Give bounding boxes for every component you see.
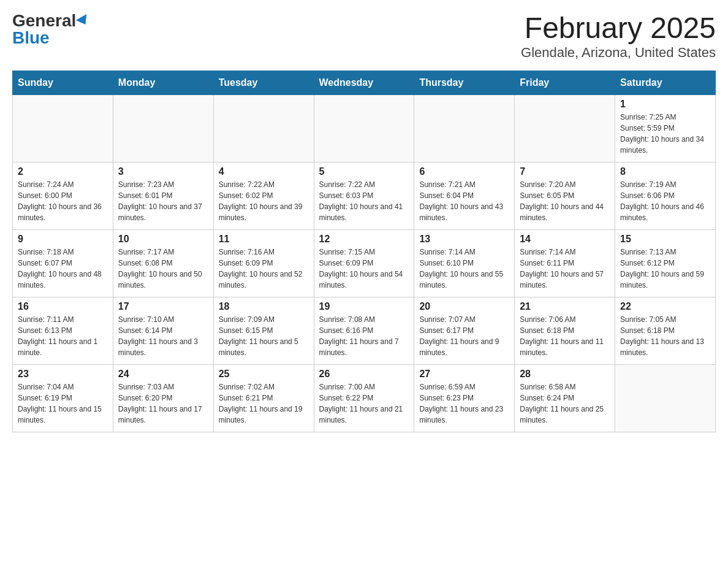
day-info: Sunrise: 7:10 AM Sunset: 6:14 PM Dayligh… <box>118 314 208 358</box>
day-number: 21 <box>520 301 610 312</box>
day-info: Sunrise: 6:58 AM Sunset: 6:24 PM Dayligh… <box>520 381 610 426</box>
logo-top-line: General <box>12 12 89 29</box>
calendar-week-row: 16Sunrise: 7:11 AM Sunset: 6:13 PM Dayli… <box>13 297 716 364</box>
table-row <box>113 94 213 162</box>
table-row: 15Sunrise: 7:13 AM Sunset: 6:12 PM Dayli… <box>615 229 716 297</box>
day-number: 9 <box>18 234 108 245</box>
day-number: 8 <box>620 166 710 177</box>
calendar-table: Sunday Monday Tuesday Wednesday Thursday… <box>12 71 716 432</box>
table-row: 12Sunrise: 7:15 AM Sunset: 6:09 PM Dayli… <box>314 229 414 297</box>
day-info: Sunrise: 7:15 AM Sunset: 6:09 PM Dayligh… <box>319 247 409 291</box>
table-row: 6Sunrise: 7:21 AM Sunset: 6:04 PM Daylig… <box>414 162 515 229</box>
table-row: 16Sunrise: 7:11 AM Sunset: 6:13 PM Dayli… <box>13 297 113 364</box>
day-number: 1 <box>620 99 710 110</box>
logo-general-text: General <box>12 11 89 30</box>
day-number: 27 <box>419 369 509 380</box>
table-row: 4Sunrise: 7:22 AM Sunset: 6:02 PM Daylig… <box>213 162 314 229</box>
day-number: 25 <box>219 369 309 380</box>
day-info: Sunrise: 7:14 AM Sunset: 6:10 PM Dayligh… <box>419 247 509 291</box>
calendar-week-row: 23Sunrise: 7:04 AM Sunset: 6:19 PM Dayli… <box>13 364 716 432</box>
title-section: February 2025 Glendale, Arizona, United … <box>521 12 716 61</box>
table-row: 26Sunrise: 7:00 AM Sunset: 6:22 PM Dayli… <box>314 364 414 432</box>
col-saturday: Saturday <box>615 71 716 94</box>
day-info: Sunrise: 7:18 AM Sunset: 6:07 PM Dayligh… <box>18 247 108 291</box>
day-info: Sunrise: 7:22 AM Sunset: 6:02 PM Dayligh… <box>219 179 309 223</box>
table-row: 17Sunrise: 7:10 AM Sunset: 6:14 PM Dayli… <box>113 297 213 364</box>
day-info: Sunrise: 7:24 AM Sunset: 6:00 PM Dayligh… <box>18 179 108 223</box>
logo-blue-text: Blue <box>12 29 50 47</box>
day-number: 20 <box>419 301 509 312</box>
day-info: Sunrise: 7:22 AM Sunset: 6:03 PM Dayligh… <box>319 179 409 223</box>
logo: General Blue <box>12 12 89 47</box>
table-row <box>414 94 515 162</box>
table-row: 28Sunrise: 6:58 AM Sunset: 6:24 PM Dayli… <box>515 364 615 432</box>
table-row: 22Sunrise: 7:05 AM Sunset: 6:18 PM Dayli… <box>615 297 716 364</box>
day-info: Sunrise: 7:25 AM Sunset: 5:59 PM Dayligh… <box>620 112 710 156</box>
col-wednesday: Wednesday <box>314 71 414 94</box>
table-row <box>515 94 615 162</box>
calendar-header-row: Sunday Monday Tuesday Wednesday Thursday… <box>13 71 716 94</box>
table-row <box>615 364 716 432</box>
table-row <box>213 94 314 162</box>
table-row: 21Sunrise: 7:06 AM Sunset: 6:18 PM Dayli… <box>515 297 615 364</box>
day-info: Sunrise: 7:09 AM Sunset: 6:15 PM Dayligh… <box>219 314 309 358</box>
day-number: 18 <box>219 301 309 312</box>
table-row: 9Sunrise: 7:18 AM Sunset: 6:07 PM Daylig… <box>13 229 113 297</box>
day-number: 26 <box>319 369 409 380</box>
day-info: Sunrise: 7:20 AM Sunset: 6:05 PM Dayligh… <box>520 179 610 223</box>
day-info: Sunrise: 7:02 AM Sunset: 6:21 PM Dayligh… <box>219 381 309 426</box>
day-info: Sunrise: 7:17 AM Sunset: 6:08 PM Dayligh… <box>118 247 208 291</box>
day-info: Sunrise: 7:23 AM Sunset: 6:01 PM Dayligh… <box>118 179 208 223</box>
table-row: 14Sunrise: 7:14 AM Sunset: 6:11 PM Dayli… <box>515 229 615 297</box>
table-row: 3Sunrise: 7:23 AM Sunset: 6:01 PM Daylig… <box>113 162 213 229</box>
calendar-week-row: 9Sunrise: 7:18 AM Sunset: 6:07 PM Daylig… <box>13 229 716 297</box>
day-number: 11 <box>219 234 309 245</box>
col-sunday: Sunday <box>13 71 113 94</box>
table-row: 11Sunrise: 7:16 AM Sunset: 6:09 PM Dayli… <box>213 229 314 297</box>
table-row <box>314 94 414 162</box>
day-number: 23 <box>18 369 108 380</box>
day-number: 15 <box>620 234 710 245</box>
day-info: Sunrise: 7:13 AM Sunset: 6:12 PM Dayligh… <box>620 247 710 291</box>
day-number: 22 <box>620 301 710 312</box>
month-year-title: February 2025 <box>521 12 716 45</box>
table-row: 13Sunrise: 7:14 AM Sunset: 6:10 PM Dayli… <box>414 229 515 297</box>
table-row: 19Sunrise: 7:08 AM Sunset: 6:16 PM Dayli… <box>314 297 414 364</box>
calendar-week-row: 2Sunrise: 7:24 AM Sunset: 6:00 PM Daylig… <box>13 162 716 229</box>
table-row: 5Sunrise: 7:22 AM Sunset: 6:03 PM Daylig… <box>314 162 414 229</box>
calendar-week-row: 1Sunrise: 7:25 AM Sunset: 5:59 PM Daylig… <box>13 94 716 162</box>
col-monday: Monday <box>113 71 213 94</box>
day-number: 14 <box>520 234 610 245</box>
table-row <box>13 94 113 162</box>
table-row: 25Sunrise: 7:02 AM Sunset: 6:21 PM Dayli… <box>213 364 314 432</box>
table-row: 1Sunrise: 7:25 AM Sunset: 5:59 PM Daylig… <box>615 94 716 162</box>
day-number: 4 <box>219 166 309 177</box>
day-info: Sunrise: 7:06 AM Sunset: 6:18 PM Dayligh… <box>520 314 610 358</box>
day-number: 6 <box>419 166 509 177</box>
day-info: Sunrise: 7:14 AM Sunset: 6:11 PM Dayligh… <box>520 247 610 291</box>
day-number: 16 <box>18 301 108 312</box>
day-info: Sunrise: 6:59 AM Sunset: 6:23 PM Dayligh… <box>419 381 509 426</box>
day-number: 2 <box>18 166 108 177</box>
day-info: Sunrise: 7:11 AM Sunset: 6:13 PM Dayligh… <box>18 314 108 358</box>
location-subtitle: Glendale, Arizona, United States <box>521 45 716 61</box>
table-row: 23Sunrise: 7:04 AM Sunset: 6:19 PM Dayli… <box>13 364 113 432</box>
day-info: Sunrise: 7:21 AM Sunset: 6:04 PM Dayligh… <box>419 179 509 223</box>
day-number: 7 <box>520 166 610 177</box>
table-row: 8Sunrise: 7:19 AM Sunset: 6:06 PM Daylig… <box>615 162 716 229</box>
table-row: 7Sunrise: 7:20 AM Sunset: 6:05 PM Daylig… <box>515 162 615 229</box>
col-thursday: Thursday <box>414 71 515 94</box>
table-row: 24Sunrise: 7:03 AM Sunset: 6:20 PM Dayli… <box>113 364 213 432</box>
day-number: 19 <box>319 301 409 312</box>
day-info: Sunrise: 7:08 AM Sunset: 6:16 PM Dayligh… <box>319 314 409 358</box>
day-info: Sunrise: 7:03 AM Sunset: 6:20 PM Dayligh… <box>118 381 208 426</box>
day-number: 24 <box>118 369 208 380</box>
table-row: 10Sunrise: 7:17 AM Sunset: 6:08 PM Dayli… <box>113 229 213 297</box>
table-row: 27Sunrise: 6:59 AM Sunset: 6:23 PM Dayli… <box>414 364 515 432</box>
day-number: 10 <box>118 234 208 245</box>
day-number: 5 <box>319 166 409 177</box>
day-info: Sunrise: 7:16 AM Sunset: 6:09 PM Dayligh… <box>219 247 309 291</box>
day-number: 12 <box>319 234 409 245</box>
table-row: 18Sunrise: 7:09 AM Sunset: 6:15 PM Dayli… <box>213 297 314 364</box>
calendar-body: 1Sunrise: 7:25 AM Sunset: 5:59 PM Daylig… <box>13 94 716 432</box>
